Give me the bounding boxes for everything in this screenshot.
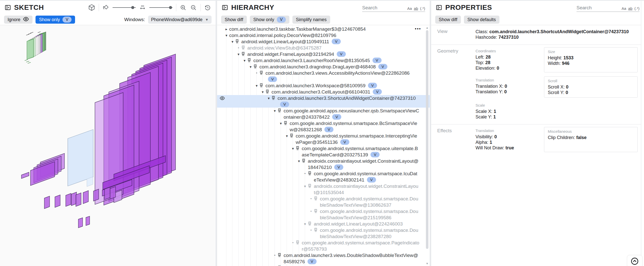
tree-row[interactable]: ● com.android.launcher3.views.Accessibil…	[217, 70, 430, 82]
tree-row[interactable]: ▾ com.android.launcher3.ShortcutAndWidge…	[217, 95, 430, 108]
tiny-tile-pair[interactable]	[78, 216, 90, 228]
search-input[interactable]	[577, 5, 620, 11]
tree-row[interactable]: ● com.google.android.systemui.smartspace…	[217, 208, 430, 221]
flat-layer-group[interactable]	[21, 153, 64, 186]
tree-row[interactable]: ▾ com.google.android.apps.nexuslauncher.…	[217, 108, 430, 120]
expander-icon[interactable]: ●	[290, 240, 296, 246]
expander-icon[interactable]: ▾	[278, 120, 284, 126]
tree-row[interactable]: ▾ com.android.launcher3.LauncherRootView…	[217, 57, 430, 64]
rotation-slider[interactable]	[113, 6, 136, 9]
tree-row[interactable]: ▾ androidx.constraintlayout.widget.Const…	[217, 183, 430, 196]
scroll-up-icon[interactable]: ▲	[425, 26, 429, 30]
expander-icon[interactable]: ▾	[224, 32, 229, 38]
expander-icon[interactable]: ●	[272, 252, 278, 258]
collapse-panel-icon[interactable]	[436, 4, 442, 11]
selected-layer-sheet[interactable]	[68, 129, 93, 187]
expander-icon[interactable]: ▾	[260, 89, 265, 95]
scroll-to-top-button[interactable]	[627, 255, 642, 266]
tree-row[interactable]: ▾ com.google.android.systemui.smartspace…	[217, 133, 430, 145]
tree-row[interactable]: ● com.google.android.systemui.smartspace…	[217, 227, 430, 240]
expander-icon[interactable]: ●	[308, 196, 314, 202]
show-only-button[interactable]: Show only V	[250, 16, 289, 24]
reset-view-icon[interactable]	[204, 4, 211, 11]
match-word-icon[interactable]: ab	[414, 6, 418, 11]
zoom-out-icon[interactable]	[190, 4, 197, 11]
visibility-chip: V	[337, 51, 346, 57]
match-case-icon[interactable]: Aa	[407, 6, 412, 11]
more-options-icon[interactable]: •••	[415, 26, 421, 32]
tree-row[interactable]: ▾ com.google.android.systemui.smartspace…	[217, 120, 430, 133]
regex-icon[interactable]: (.*)	[634, 6, 639, 11]
sketch-canvas[interactable]	[0, 25, 216, 266]
expander-icon[interactable]: ▾	[272, 108, 278, 114]
tree-row[interactable]: ▾ android.widget.FrameLayout@32194294V •…	[217, 51, 430, 57]
expander-icon[interactable]: ▾	[230, 38, 235, 45]
show-defaults-button[interactable]: Show defaults	[464, 16, 499, 24]
expander-icon[interactable]: ●	[236, 45, 241, 51]
visibility-eye-icon[interactable]	[220, 96, 225, 102]
expander-icon[interactable]: ▾	[284, 133, 290, 139]
tree-row[interactable]: ▾ com.android.launcher3.Workspace@581009…	[217, 82, 430, 89]
tree-row[interactable]: ▾ com.android.launcher3.CellLayout@66104…	[217, 89, 430, 95]
spacing-slider[interactable]	[149, 6, 173, 9]
visibility-chip: V	[62, 17, 72, 23]
match-word-icon[interactable]: ab	[628, 6, 632, 11]
tree-node-label: com.google.android.systemui.smartspace.I…	[314, 171, 417, 183]
tree-row[interactable]: ▾ android.widget.LinearLayout@224246003 …	[217, 221, 430, 227]
ignore-button[interactable]: Ignore	[4, 16, 32, 24]
hierarchy-scrollbar[interactable]: ▲ ▼	[425, 26, 429, 265]
expander-icon[interactable]: ●	[254, 70, 259, 76]
visibility-chip: V	[332, 114, 341, 120]
simplify-names-button[interactable]: Simplify names	[292, 16, 330, 24]
minimap-window-cluster[interactable]	[25, 32, 46, 63]
windows-label: Windows:	[124, 17, 145, 22]
expander-icon[interactable]: ▾	[242, 57, 247, 64]
tree-row[interactable]: ▸ com.android.launcher3.taskbar.TaskbarM…	[217, 26, 430, 32]
tree-row[interactable]: ▾ android.widget.LinearLayout@110949111V…	[217, 38, 430, 45]
expander-icon[interactable]: ▾	[236, 51, 241, 57]
collapse-panel-icon[interactable]	[222, 4, 228, 11]
tree-row[interactable]: ▾ androidx.constraintlayout.widget.Const…	[217, 158, 430, 170]
property-row: Scroll X: 0	[548, 84, 634, 90]
match-case-icon[interactable]: Aa	[622, 6, 626, 11]
expander-icon[interactable]: ▾	[302, 183, 308, 189]
layer-spacing-icon[interactable]	[139, 4, 146, 11]
tree-node-label: androidx.constraintlayout.widget.Constra…	[314, 184, 418, 195]
expander-icon[interactable]: ▾	[248, 64, 253, 70]
tree-row[interactable]: ▾ com.android.internal.policy.DecorView@…	[217, 32, 430, 38]
expander-icon[interactable]: ▾	[296, 158, 302, 164]
layer-stack[interactable]	[95, 54, 176, 205]
expander-icon[interactable]: ▾	[290, 145, 296, 152]
expander-icon[interactable]: ▾	[254, 82, 259, 89]
rotate-view-icon[interactable]	[103, 4, 109, 11]
layer-tile	[86, 216, 90, 226]
show-diff-button[interactable]: Show diff	[221, 16, 247, 24]
expander-icon[interactable]: ▾	[266, 95, 272, 101]
expander-icon[interactable]: ●	[272, 265, 278, 266]
tree-row[interactable]: ● com.android.launcher3.views.DoubleShad…	[217, 252, 430, 265]
expander-icon[interactable]: ▸	[224, 26, 229, 32]
tree-row[interactable]: ● com.android.launcher3.views.DoubleShad…	[217, 265, 430, 266]
show-only-button[interactable]: Show only V	[36, 16, 75, 24]
expander-icon[interactable]: ▾	[302, 221, 308, 227]
zoom-in-icon[interactable]	[180, 4, 187, 11]
tree-row[interactable]: ● com.google.android.systemui.smartspace…	[217, 170, 430, 183]
tree-row[interactable]: ▾ com.google.android.systemui.smartspace…	[217, 145, 430, 158]
scroll-down-icon[interactable]: ▼	[425, 261, 429, 265]
small-tile-row[interactable]	[44, 187, 116, 209]
box-3d-icon[interactable]	[88, 4, 95, 11]
collapse-panel-icon[interactable]	[5, 4, 11, 11]
tree-row[interactable]: ● com.google.android.systemui.smartspace…	[217, 240, 430, 252]
windows-dropdown[interactable]: PhoneWindow@ad699de ▼	[148, 16, 212, 24]
tree-row[interactable]: ▾ com.android.launcher3.dragndrop.DragLa…	[217, 64, 430, 70]
show-diff-button[interactable]: Show diff	[435, 16, 461, 24]
search-input[interactable]	[362, 5, 405, 11]
expander-icon[interactable]: ●	[302, 170, 308, 177]
tree-row[interactable]: ● com.google.android.systemui.smartspace…	[217, 196, 430, 208]
expander-icon[interactable]: ●	[308, 208, 314, 214]
scrollbar-thumb[interactable]	[426, 30, 428, 249]
tree-row[interactable]: ● android.view.ViewStub@63475287 •••	[217, 45, 430, 51]
page-scrollbar[interactable]	[641, 1, 644, 266]
expander-icon[interactable]: ●	[308, 227, 314, 233]
regex-icon[interactable]: (.*)	[420, 6, 425, 11]
